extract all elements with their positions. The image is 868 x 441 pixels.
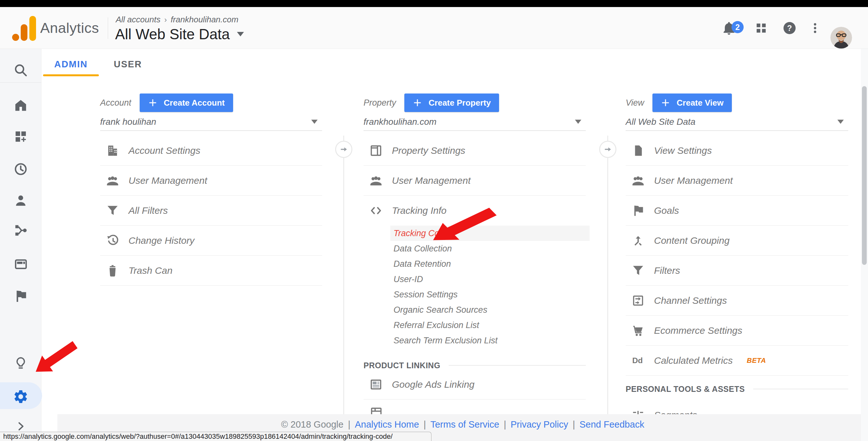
view-selector[interactable]: All Web Site Data xyxy=(626,113,848,131)
menu-item-filters[interactable]: Filters xyxy=(626,256,848,286)
view-selector-value: All Web Site Data xyxy=(626,117,695,127)
analytics-logo-icon[interactable] xyxy=(12,16,36,41)
account-column-label: Account xyxy=(100,98,131,108)
menu-item-all-filters[interactable]: All Filters xyxy=(100,196,322,226)
flag-icon xyxy=(631,204,645,217)
create-view-button[interactable]: Create View xyxy=(652,93,732,112)
annotation-arrow-tracking-code xyxy=(427,207,504,243)
people-icon xyxy=(105,174,120,188)
chevron-down-icon xyxy=(311,120,318,124)
menu-item-ecommerce-settings[interactable]: Ecommerce Settings xyxy=(626,316,848,346)
user-photo-icon xyxy=(830,27,852,49)
sidebar-item-home[interactable] xyxy=(0,98,41,113)
menu-item-channel-settings[interactable]: Channel Settings xyxy=(626,286,848,316)
plus-icon xyxy=(661,98,670,108)
menu-item-property-settings[interactable]: Property Settings xyxy=(364,136,586,166)
menu-item-account-settings[interactable]: Account Settings xyxy=(100,136,322,166)
item-label: Google Ads Linking xyxy=(392,379,474,390)
view-menu: View Settings User Management Goals xyxy=(626,131,848,376)
chevron-down-icon xyxy=(575,120,581,124)
funnel-icon xyxy=(631,264,645,277)
property-selector[interactable]: frankhoulihan.com xyxy=(364,113,586,131)
property-selector-value: frankhoulihan.com xyxy=(364,117,437,127)
dd-icon: Dd xyxy=(631,354,645,368)
create-account-button[interactable]: Create Account xyxy=(140,93,233,112)
menu-item-view-settings[interactable]: View Settings xyxy=(626,136,848,166)
newspaper-icon xyxy=(369,378,383,391)
submenu-item-session-settings[interactable]: Session Settings xyxy=(390,287,590,302)
search-button[interactable] xyxy=(0,63,41,78)
sidebar-item-behavior[interactable] xyxy=(0,223,41,238)
item-label: Account Settings xyxy=(128,145,200,156)
submenu-item-organic-search-sources[interactable]: Organic Search Sources xyxy=(390,302,590,318)
chevron-right-icon xyxy=(14,420,27,433)
footer-link-analytics-home[interactable]: Analytics Home xyxy=(355,419,419,430)
chevron-down-icon xyxy=(237,32,244,36)
menu-item-calculated-metrics[interactable]: Dd Calculated Metrics BETA xyxy=(626,346,848,376)
help-icon: ? xyxy=(782,21,797,36)
help-button[interactable]: ? xyxy=(782,7,797,49)
arrow-right-icon xyxy=(340,145,348,153)
item-label: Property Settings xyxy=(392,145,465,156)
section-title: PRODUCT LINKING xyxy=(364,361,440,370)
view-column-label: View xyxy=(626,98,644,108)
sidebar-item-admin[interactable] xyxy=(0,389,41,405)
account-view-switcher[interactable]: All Web Site Data xyxy=(115,26,244,43)
footer-link-terms[interactable]: Terms of Service xyxy=(431,419,499,430)
submenu-item-data-collection[interactable]: Data Collection xyxy=(390,241,590,256)
personal-tools-section: PERSONAL TOOLS & ASSETS xyxy=(626,378,848,400)
scrollbar-thumb[interactable] xyxy=(862,86,867,265)
expand-property-button[interactable] xyxy=(335,141,352,158)
menu-item-goals[interactable]: Goals xyxy=(626,196,848,226)
search-icon xyxy=(13,63,28,78)
menu-item-trash-can[interactable]: Trash Can xyxy=(100,256,322,286)
sidebar-item-conversions[interactable] xyxy=(0,289,41,304)
item-label: Filters xyxy=(654,265,680,276)
menu-item-user-management[interactable]: User Management xyxy=(100,166,322,196)
submenu-item-data-retention[interactable]: Data Retention xyxy=(390,256,590,271)
apps-grid-button[interactable] xyxy=(754,7,769,49)
expand-view-button[interactable] xyxy=(599,141,616,158)
svg-text:?: ? xyxy=(787,23,792,32)
create-property-button[interactable]: Create Property xyxy=(404,93,499,112)
menu-item-content-grouping[interactable]: Content Grouping xyxy=(626,226,848,256)
person-icon xyxy=(13,193,28,208)
menu-item-google-ads-linking[interactable]: Google Ads Linking xyxy=(364,370,586,400)
scrollbar[interactable] xyxy=(861,49,868,441)
avatar[interactable] xyxy=(830,27,852,49)
footer-separator: | xyxy=(348,419,350,430)
footer-separator: | xyxy=(573,419,575,430)
menu-item-user-management[interactable]: User Management xyxy=(364,166,586,196)
menu-item-user-management[interactable]: User Management xyxy=(626,166,848,196)
overflow-menu-button[interactable] xyxy=(808,7,822,49)
footer-link-privacy[interactable]: Privacy Policy xyxy=(510,419,568,430)
lightbulb-icon xyxy=(13,355,28,371)
submenu-item-referral-exclusion-list[interactable]: Referral Exclusion List xyxy=(390,318,590,333)
browser-status-url: https://analytics.google.com/analytics/w… xyxy=(0,432,431,441)
sidebar-item-acquisition[interactable] xyxy=(0,257,41,272)
sidebar-item-audience[interactable] xyxy=(0,193,41,208)
menu-item-change-history[interactable]: Change History xyxy=(100,226,322,256)
item-label: Trash Can xyxy=(128,265,173,276)
tab-user[interactable]: USER xyxy=(103,53,153,76)
footer-link-feedback[interactable]: Send Feedback xyxy=(580,419,644,430)
funnel-icon xyxy=(105,204,120,217)
breadcrumb-site[interactable]: frankhoulihan.com xyxy=(170,15,238,25)
breadcrumb[interactable]: All accounts › frankhoulihan.com xyxy=(116,15,239,25)
sidebar-item-realtime[interactable] xyxy=(0,161,41,177)
tracking-info-submenu: Tracking Code Data Collection Data Reten… xyxy=(390,226,590,348)
product-name: Analytics xyxy=(40,7,99,49)
submenu-item-search-term-exclusion-list[interactable]: Search Term Exclusion List xyxy=(390,333,590,348)
tab-admin[interactable]: ADMIN xyxy=(43,53,99,76)
channel-icon xyxy=(631,294,645,307)
breadcrumb-all-accounts[interactable]: All accounts xyxy=(116,15,160,25)
three-dot-menu-icon xyxy=(808,21,822,35)
layout-icon xyxy=(369,144,383,158)
submenu-item-user-id[interactable]: User-ID xyxy=(390,271,590,287)
item-label: Goals xyxy=(654,205,679,216)
sidebar-item-customization[interactable] xyxy=(0,129,41,144)
header-divider xyxy=(108,17,108,39)
sidebar-collapse-button[interactable] xyxy=(0,420,41,433)
clock-icon xyxy=(13,161,28,177)
account-selector[interactable]: frank houlihan xyxy=(100,113,322,131)
